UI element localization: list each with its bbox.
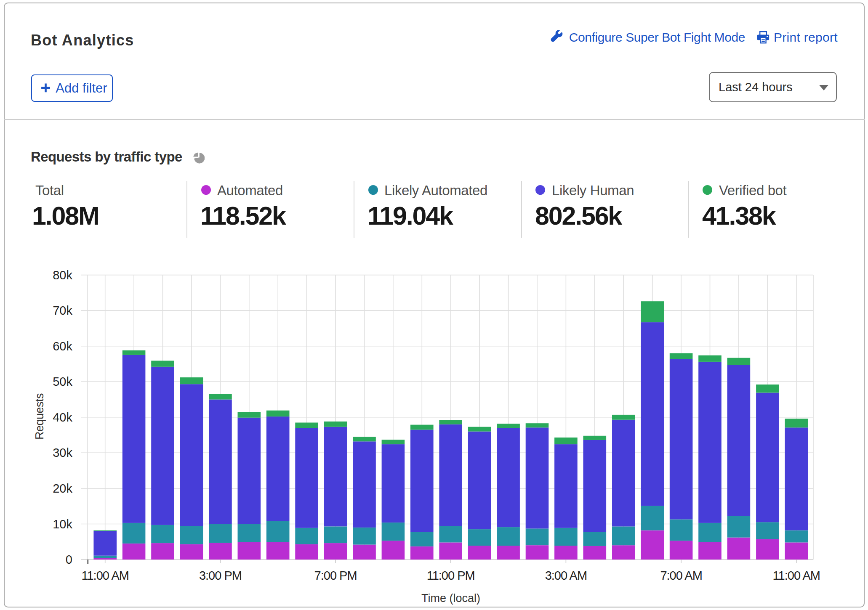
svg-text:3:00 AM: 3:00 AM <box>545 569 587 582</box>
svg-text:Time (local): Time (local) <box>421 592 480 605</box>
svg-text:10k: 10k <box>53 517 72 531</box>
svg-text:7:00 PM: 7:00 PM <box>314 569 357 582</box>
svg-text:80k: 80k <box>53 268 72 282</box>
svg-text:Requests: Requests <box>33 393 46 440</box>
svg-text:11:00 AM: 11:00 AM <box>773 569 820 582</box>
svg-text:60k: 60k <box>53 339 72 353</box>
svg-text:30k: 30k <box>53 446 72 459</box>
svg-text:0: 0 <box>66 553 72 566</box>
svg-text:70k: 70k <box>53 304 72 317</box>
svg-text:11:00 PM: 11:00 PM <box>427 569 475 582</box>
svg-text:40k: 40k <box>53 411 72 424</box>
svg-text:7:00 AM: 7:00 AM <box>660 569 702 582</box>
svg-text:3:00 PM: 3:00 PM <box>199 569 242 582</box>
svg-text:50k: 50k <box>53 375 72 388</box>
svg-text:20k: 20k <box>53 482 72 495</box>
svg-text:11:00 AM: 11:00 AM <box>82 569 129 582</box>
